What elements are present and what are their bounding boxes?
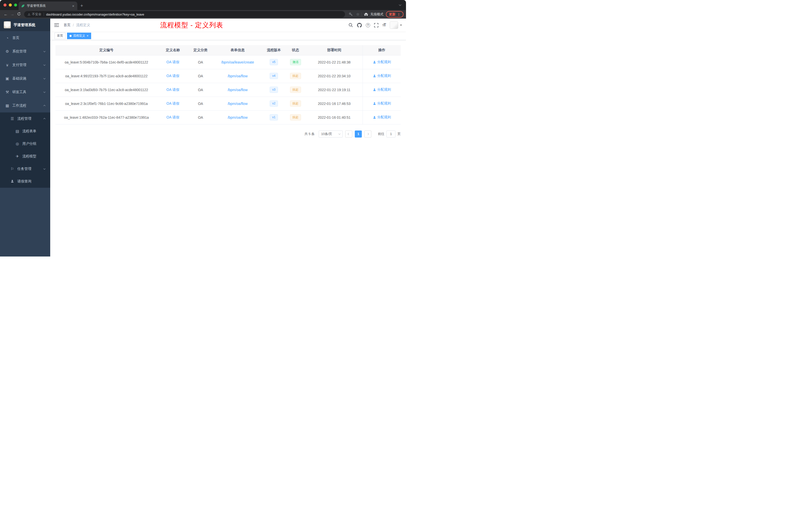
workflow-submenu: ☰ 流程管理 ▤ 流程表单 ◎ 用户分组 ✈ 流程模型 — [0, 113, 50, 188]
assign-rule-button[interactable]: 分配规则 — [373, 60, 391, 64]
tag-home[interactable]: 首页 — [55, 33, 65, 39]
zoom-window-button[interactable] — [14, 3, 17, 6]
sidebar-item-process-management[interactable]: ☰ 流程管理 — [0, 113, 50, 125]
chevron-down-icon — [44, 77, 46, 79]
column-header-definition-id: 定义编号 — [56, 45, 157, 55]
assign-rule-button[interactable]: 分配规则 — [373, 115, 391, 119]
assign-rule-label: 分配规则 — [377, 87, 391, 92]
form-info-link[interactable]: /bpm/oa/flow — [228, 116, 248, 119]
sidebar-item-process-form[interactable]: ▤ 流程表单 — [0, 125, 50, 138]
person-icon — [373, 88, 376, 91]
column-header-deploy-time: 部署时间 — [306, 45, 363, 55]
column-header-version: 流程版本 — [263, 45, 285, 55]
form-info-link[interactable]: /bpm/oa/flow — [228, 74, 248, 78]
next-page-button[interactable] — [364, 130, 371, 138]
sidebar-item-home[interactable]: ◔ 首页 — [0, 31, 50, 45]
url-text[interactable]: dashboard.yudao.iocoder.cn/bpm/manager/d… — [46, 12, 144, 16]
sidebar-collapse-button[interactable] — [54, 23, 59, 27]
help-button[interactable]: ? — [366, 23, 370, 27]
table-row: oa_leave:3:1fad3d93-7b75-11ec-a3c8-acde4… — [56, 83, 401, 97]
sidebar-item-label: 用户分组 — [22, 142, 36, 146]
sidebar-item-task-management[interactable]: ⚐ 任务管理 — [0, 163, 50, 175]
chevron-down-icon — [44, 64, 46, 66]
breadcrumb-current: 流程定义 — [76, 23, 90, 27]
reload-button[interactable] — [16, 12, 22, 17]
sidebar-item-system[interactable]: ⚙ 系统管理 — [0, 45, 50, 58]
pagination: 共 5 条 10条/页 1 前往 页 — [56, 130, 401, 138]
incognito-label: 无痕模式 — [370, 12, 383, 17]
app-logo-image — [3, 21, 11, 29]
table-row: oa_leave:1:482ec033-762a-11ec-8477-a2380… — [56, 111, 401, 124]
back-button[interactable]: ← — [2, 12, 9, 17]
cell-deploy-time: 2022-01-22 19:19:11 — [306, 83, 363, 97]
table-header-row: 定义编号 定义名称 定义分类 表单信息 流程版本 状态 部署时间 操作 — [56, 45, 401, 55]
sidebar-logo[interactable]: 芋道管理系统 — [0, 19, 50, 31]
sidebar-item-workflow[interactable]: ▦ 工作流程 — [0, 99, 50, 113]
password-key-button[interactable] — [347, 12, 354, 16]
sidebar-item-label: 流程管理 — [17, 117, 31, 121]
fullscreen-icon — [374, 23, 378, 27]
assign-rule-button[interactable]: 分配规则 — [373, 87, 391, 92]
font-size-button[interactable]: TT — [382, 23, 386, 28]
sidebar-item-infrastructure[interactable]: ▣ 基础设施 — [0, 72, 50, 85]
goto-page-input[interactable] — [386, 130, 396, 138]
chevron-up-icon — [44, 105, 46, 107]
form-info-link[interactable]: /bpm/oa/flow — [228, 102, 248, 105]
tag-close-icon[interactable]: × — [87, 34, 89, 37]
sidebar-item-process-model[interactable]: ✈ 流程模型 — [0, 150, 50, 163]
security-status[interactable]: ⚠ 不安全 — [28, 12, 41, 17]
search-icon — [348, 23, 353, 27]
tab-title: 芋道管理系统 — [27, 4, 69, 8]
gear-icon: ⚙ — [5, 49, 9, 54]
address-bar[interactable]: ⚠ 不安全 dashboard.yudao.iocoder.cn/bpm/man… — [24, 11, 345, 18]
chevron-left-icon — [348, 133, 350, 135]
caret-down-icon — [400, 25, 402, 26]
person-icon — [373, 116, 376, 119]
new-tab-button[interactable]: + — [80, 3, 83, 8]
definition-name-link[interactable]: OA 请假 — [167, 74, 179, 78]
kebab-menu-icon: ⋮ — [397, 12, 401, 16]
browser-tab[interactable]: 芋道管理系统 × — [19, 1, 77, 10]
github-button[interactable] — [357, 23, 362, 28]
person-icon — [373, 60, 376, 64]
minimize-window-button[interactable] — [9, 3, 12, 6]
fullscreen-button[interactable] — [374, 23, 378, 27]
sidebar-item-payment[interactable]: ¥ 支付管理 — [0, 58, 50, 72]
prev-page-button[interactable] — [345, 130, 352, 138]
definition-name-link[interactable]: OA 请假 — [167, 60, 179, 64]
form-info-link[interactable]: /bpm/oa/leave/create — [221, 60, 254, 64]
status-badge: 挂起 — [290, 100, 301, 107]
assign-rule-button[interactable]: 分配规则 — [373, 101, 391, 105]
form-icon: ▤ — [15, 129, 20, 133]
person-icon — [10, 179, 14, 184]
version-badge: v4 — [270, 73, 278, 79]
sidebar-item-user-group[interactable]: ◎ 用户分组 — [0, 138, 50, 150]
sidebar-item-label: 流程表单 — [22, 129, 36, 133]
bookmark-star-button[interactable]: ☆ — [354, 12, 361, 17]
cell-deploy-time: 2022-01-16 17:46:53 — [306, 97, 363, 111]
definition-name-link[interactable]: OA 请假 — [167, 88, 179, 92]
page-content: 定义编号 定义名称 定义分类 表单信息 流程版本 状态 部署时间 操作 oa_l — [50, 40, 406, 256]
search-button[interactable] — [348, 23, 353, 27]
close-window-button[interactable] — [3, 3, 6, 6]
tag-process-definition[interactable]: 流程定义 × — [67, 33, 91, 39]
sidebar-item-dev-tools[interactable]: ⚒ 研发工具 — [0, 85, 50, 99]
assign-rule-button[interactable]: 分配规则 — [373, 73, 391, 78]
version-badge: v2 — [270, 100, 278, 107]
forward-button[interactable]: → — [9, 12, 16, 17]
browser-update-button[interactable]: 更新 ⋮ — [386, 11, 404, 18]
hamburger-icon — [54, 23, 59, 27]
definition-name-link[interactable]: OA 请假 — [167, 101, 179, 105]
form-info-link[interactable]: /bpm/oa/flow — [228, 88, 248, 92]
definition-name-link[interactable]: OA 请假 — [167, 115, 179, 119]
avatar[interactable] — [390, 21, 398, 29]
tab-search-button[interactable] — [399, 2, 401, 6]
browser-toolbar: ← → ⚠ 不安全 dashboard.yudao.iocoder.cn/bpm… — [0, 10, 406, 19]
tab-close-icon[interactable]: × — [71, 4, 75, 8]
user-menu[interactable] — [390, 21, 402, 29]
breadcrumb-home-link[interactable]: 首页 — [63, 23, 70, 27]
page-size-select[interactable]: 10条/页 — [319, 130, 343, 138]
sidebar-item-leave-query[interactable]: 请假查询 — [0, 175, 50, 188]
chevron-right-icon — [367, 133, 369, 135]
page-number-1[interactable]: 1 — [355, 130, 362, 138]
